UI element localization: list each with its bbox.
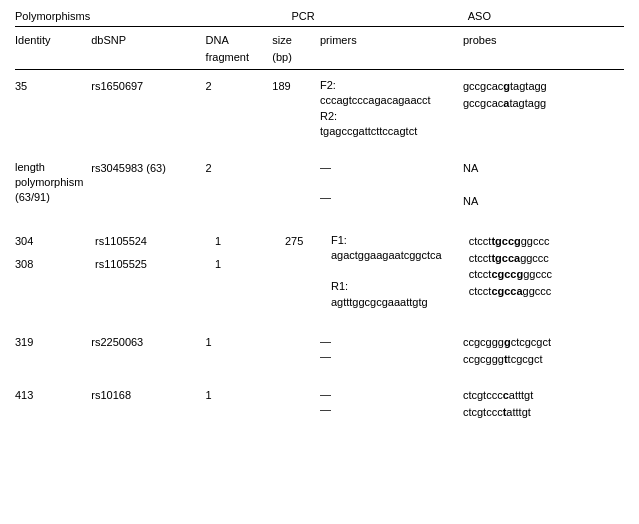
cell-primers-304308: F1:agactggaagaatcggctcaR1:agtttggcgcgaaa… (331, 233, 469, 310)
cell-dna-length: 2 (206, 160, 273, 177)
subheader-dna: DNA fragment (206, 32, 273, 65)
cell-dbsnp-35: rs1650697 (91, 78, 205, 95)
table-row: 35 rs1650697 2 189 F2:cccagtcccagacagaac… (15, 70, 624, 148)
table-row: lengthpolymorphism(63/91) rs3045983 (63)… (15, 156, 624, 222)
cell-identity-304: 304 (15, 233, 95, 250)
cell-identity-319: 319 (15, 334, 91, 351)
cell-identity-length: lengthpolymorphism(63/91) (15, 160, 91, 206)
cell-dbsnp-308: rs1105525 (95, 256, 215, 273)
cell-size-35: 189 (272, 78, 320, 95)
table-container: Polymorphisms PCR ASO Identity dbSNP DNA… (15, 10, 624, 428)
header-aso: ASO (468, 10, 624, 22)
header-polymorphisms: Polymorphisms (15, 10, 291, 22)
cell-dna-308: 1 (215, 256, 285, 273)
subheader-primers: primers (320, 32, 463, 65)
cell-dbsnp-413: rs10168 (91, 387, 205, 404)
cell-dna-304: 1 (215, 233, 285, 250)
cell-primers-413: —— (320, 387, 463, 418)
table-row: 413 rs10168 1 —— ctcgtccccatttgtctcgtccc… (15, 383, 624, 428)
table-row: 304 rs1105524 1 308 rs1105525 1 275 F1:a… (15, 229, 624, 318)
cell-identity-308: 308 (15, 256, 95, 273)
subheader-identity: Identity (15, 32, 91, 65)
cell-primers-length: —— (320, 160, 463, 206)
cell-dbsnp-304: rs1105524 (95, 233, 215, 250)
cell-dna-319: 1 (206, 334, 273, 351)
table-row: 319 rs2250063 1 —— ccgcggggctcgcgctccgcg… (15, 326, 624, 375)
header-pcr: PCR (291, 10, 467, 22)
sub-header: Identity dbSNP DNA fragment size (bp) pr… (15, 27, 624, 70)
cell-dna-35: 2 (206, 78, 273, 95)
cell-dna-413: 1 (206, 387, 273, 404)
cell-probes-35: gccgcacgtagtagggccgcacatagtagg (463, 78, 624, 111)
cell-probes-length: NANA (463, 160, 624, 210)
subheader-probes: probes (463, 32, 624, 65)
cell-primers-319: —— (320, 334, 463, 365)
cell-identity-35: 35 (15, 78, 91, 95)
subheader-dbsnp: dbSNP (91, 32, 205, 65)
cell-dbsnp-length: rs3045983 (63) (91, 160, 205, 177)
main-header: Polymorphisms PCR ASO (15, 10, 624, 27)
cell-primers-35: F2:cccagtcccagacagaacctR2:tgagccgattcttc… (320, 78, 463, 140)
cell-probes-319: ccgcggggctcgcgctccgcgggttcgcgct (463, 334, 624, 367)
cell-probes-304308: ctccttgccgggccc ctccttgccaggccc ctcctcgc… (469, 233, 624, 299)
cell-dbsnp-319: rs2250063 (91, 334, 205, 351)
data-rows: 35 rs1650697 2 189 F2:cccagtcccagacagaac… (15, 70, 624, 428)
cell-probes-413: ctcgtccccatttgtctcgtccctatttgt (463, 387, 624, 420)
subheader-size: size (bp) (272, 32, 320, 65)
cell-size-304308: 275 (285, 233, 331, 250)
cell-identity-413: 413 (15, 387, 91, 404)
